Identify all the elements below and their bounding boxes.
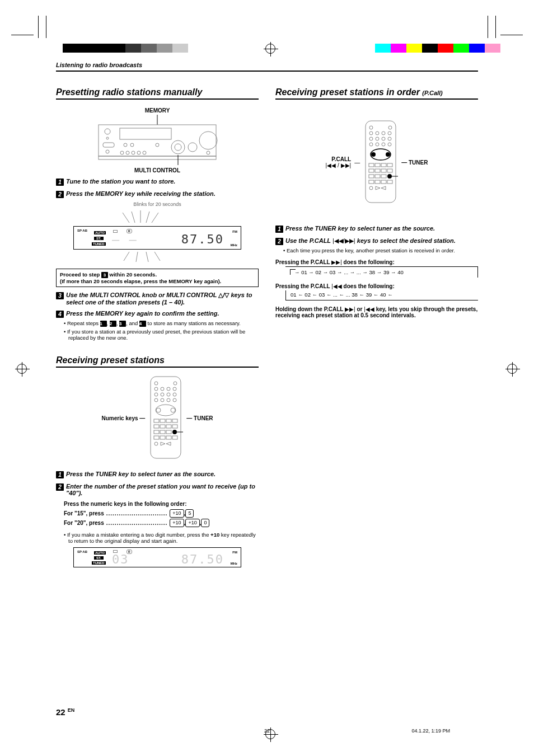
svg-point-32	[154, 382, 158, 385]
svg-rect-61	[160, 436, 165, 439]
svg-point-10	[156, 143, 159, 147]
pcall-note: • Each time you press the key, another p…	[283, 247, 478, 253]
svg-point-69	[388, 126, 392, 129]
svg-line-28	[136, 252, 138, 262]
prev-next-icon: |◀◀ / ▶▶|	[326, 162, 352, 168]
label-numeric-keys: Numeric keys —	[101, 415, 145, 421]
svg-point-78	[369, 143, 373, 146]
key-plus10: +10	[170, 509, 184, 518]
svg-rect-91	[375, 175, 380, 178]
recv-step-2: 2Enter the number of the preset station …	[56, 483, 259, 496]
remote-diagram-1: Numeric keys —	[56, 375, 259, 461]
svg-rect-86	[369, 169, 374, 172]
svg-point-39	[161, 393, 164, 396]
svg-line-23	[132, 212, 135, 223]
svg-point-4	[106, 137, 109, 139]
svg-rect-56	[172, 425, 177, 428]
blink-burst-icon	[73, 210, 241, 224]
svg-point-6	[106, 150, 109, 153]
svg-point-75	[376, 137, 379, 140]
page-number: 22 EN	[56, 707, 74, 717]
key-plus10-b: +10	[185, 519, 199, 527]
svg-point-46	[156, 405, 176, 416]
svg-rect-62	[166, 436, 171, 439]
registration-mark-right	[507, 364, 517, 374]
svg-rect-63	[172, 436, 177, 439]
svg-rect-84	[381, 163, 386, 167]
svg-point-70	[369, 132, 373, 135]
svg-point-97	[369, 186, 373, 190]
rev-sequence: 01 ← 02 ← 03 ← ... ← ... 38 ← 39 ← 40 ←	[285, 290, 478, 300]
section-divider	[56, 71, 478, 72]
svg-rect-52	[172, 419, 177, 422]
svg-point-3	[105, 129, 110, 134]
svg-rect-49	[154, 419, 159, 422]
svg-point-48	[171, 408, 175, 412]
repeat-note: • Repeat steps 1, 2, 3, and 4 to store a…	[64, 320, 259, 327]
svg-line-27	[124, 252, 129, 261]
color-bar-right	[375, 44, 500, 53]
svg-point-45	[173, 398, 176, 402]
svg-point-72	[382, 132, 385, 135]
svg-point-68	[369, 126, 373, 129]
svg-point-80	[382, 143, 385, 146]
svg-point-37	[173, 387, 176, 391]
fwd-sequence: → 01 → 02 → 03 → ... → ... → 38 → 39 → 4…	[285, 266, 478, 278]
prev-next-icon: |◀◀/▶▶|	[332, 237, 355, 244]
svg-rect-60	[154, 436, 159, 439]
svg-point-73	[388, 132, 391, 135]
svg-point-8	[124, 143, 127, 147]
label-tuner-2: — TUNER	[401, 159, 428, 166]
step-2: 2Press the MEMORY key while receiving th…	[56, 190, 259, 198]
svg-point-76	[382, 137, 385, 140]
svg-point-38	[154, 393, 158, 396]
next-icon: ▶▶|	[331, 259, 342, 265]
svg-point-40	[167, 393, 170, 396]
heading-preset-manual: Presetting radio stations manually	[56, 87, 259, 97]
registration-mark-left	[17, 364, 27, 374]
crop-marks-top	[0, 16, 534, 49]
svg-point-44	[167, 398, 170, 402]
svg-rect-7	[120, 128, 171, 139]
svg-point-79	[376, 143, 379, 146]
receiver-diagram: MEMORY	[56, 107, 259, 173]
heading-pcall: Receiving preset stations in order (P.Ca…	[275, 87, 478, 97]
remote-icon	[363, 120, 398, 204]
lcd-display-2: SP AB AUTO ST. TUNED R 03 87.50 FM MHz	[56, 547, 259, 567]
heading-receive-preset: Receiving preset stations	[56, 355, 259, 365]
svg-line-25	[146, 212, 149, 223]
svg-rect-85	[387, 163, 392, 167]
svg-point-17	[175, 144, 181, 151]
svg-rect-51	[166, 419, 171, 422]
svg-point-34	[154, 387, 158, 391]
svg-point-13	[132, 151, 135, 154]
key-5: 5	[185, 509, 194, 518]
svg-point-41	[173, 393, 176, 396]
left-column: Presetting radio stations manually MEMOR…	[56, 82, 259, 573]
svg-rect-92	[381, 175, 386, 178]
svg-line-29	[146, 252, 148, 262]
remote-icon	[148, 375, 183, 459]
svg-rect-96	[387, 180, 392, 184]
step-1: 1Tune to the station you want to store.	[56, 178, 259, 186]
hold-note: Holding down the P.CALL ▶▶| or |◀◀ key, …	[275, 306, 478, 318]
svg-rect-2	[99, 156, 216, 159]
footer-timestamp: 04.1.22, 1:19 PM	[411, 728, 450, 734]
svg-point-100	[386, 152, 390, 157]
pcall-step-2: 2Use the P.CALL |◀◀/▶▶| keys to select t…	[275, 237, 478, 245]
diagram-label-multi: MULTI CONTROL	[56, 167, 259, 173]
registration-mark-bottom	[265, 729, 275, 739]
svg-point-101	[387, 174, 392, 179]
svg-rect-58	[160, 430, 165, 434]
section-breadcrumb: Listening to radio broadcasts	[56, 62, 478, 68]
right-column: Receiving preset stations in order (P.Ca…	[275, 82, 478, 573]
svg-point-11	[120, 151, 124, 154]
manual-page: Listening to radio broadcasts Presetting…	[0, 0, 534, 756]
svg-point-36	[167, 387, 170, 391]
replace-note: • If you store a station at a previously…	[64, 328, 259, 341]
pcall-step-1: 1Press the TUNER key to select tuner as …	[275, 225, 478, 233]
svg-rect-83	[375, 163, 380, 167]
remote-diagram-2: P.CALL |◀◀ / ▶▶| —	[275, 120, 478, 205]
svg-point-20	[199, 132, 217, 149]
blink-burst-bottom-icon	[73, 252, 241, 263]
